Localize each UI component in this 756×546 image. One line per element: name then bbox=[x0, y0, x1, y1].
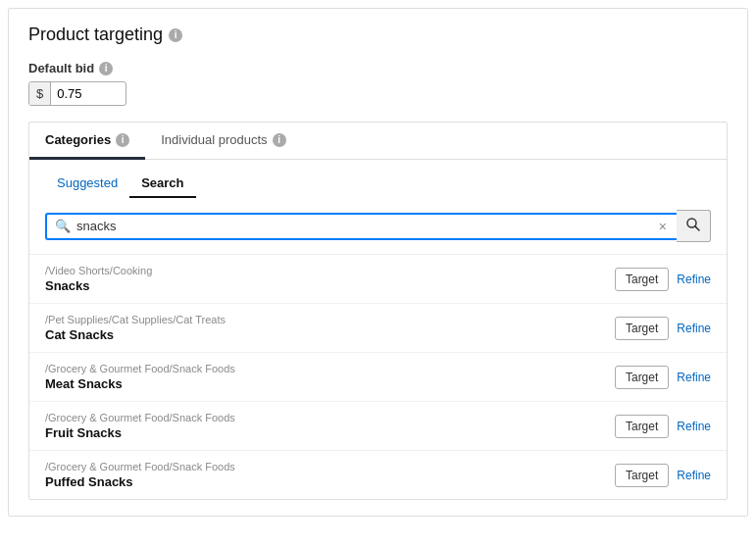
result-actions: Target Refine bbox=[615, 464, 711, 487]
tab-categories[interactable]: Categories i bbox=[29, 123, 145, 160]
default-bid-section: Default bid i $ bbox=[28, 61, 728, 106]
result-info: /Video Shorts/Cooking Snacks bbox=[45, 265, 615, 293]
refine-link[interactable]: Refine bbox=[677, 371, 711, 384]
tab-individual-products[interactable]: Individual products i bbox=[145, 123, 301, 160]
refine-link[interactable]: Refine bbox=[677, 273, 711, 286]
target-button[interactable]: Target bbox=[615, 317, 669, 340]
result-path: /Grocery & Gourmet Food/Snack Foods bbox=[45, 363, 615, 374]
page-title-text: Product targeting bbox=[28, 25, 163, 45]
result-name: Cat Snacks bbox=[45, 327, 615, 342]
result-name: Meat Snacks bbox=[45, 376, 615, 391]
result-path: /Video Shorts/Cooking bbox=[45, 265, 615, 276]
default-bid-info-icon[interactable]: i bbox=[99, 62, 113, 75]
default-bid-label: Default bid i bbox=[28, 61, 728, 75]
page-title-row: Product targeting i bbox=[28, 25, 728, 45]
search-input[interactable] bbox=[76, 219, 651, 233]
sub-tabs-row: Suggested Search bbox=[29, 160, 727, 198]
bid-input[interactable] bbox=[51, 82, 115, 105]
table-row: /Grocery & Gourmet Food/Snack Foods Meat… bbox=[29, 353, 727, 402]
refine-link[interactable]: Refine bbox=[677, 469, 711, 482]
result-path: /Grocery & Gourmet Food/Snack Foods bbox=[45, 461, 615, 472]
page-container: Product targeting i Default bid i $ Cate… bbox=[8, 8, 748, 517]
main-tabs-row: Categories i Individual products i bbox=[29, 123, 727, 160]
result-info: /Grocery & Gourmet Food/Snack Foods Meat… bbox=[45, 363, 615, 391]
result-info: /Grocery & Gourmet Food/Snack Foods Puff… bbox=[45, 461, 615, 489]
result-name: Puffed Snacks bbox=[45, 474, 615, 489]
bid-input-wrapper: $ bbox=[28, 81, 126, 106]
result-actions: Target Refine bbox=[615, 415, 711, 438]
page-title-info-icon[interactable]: i bbox=[169, 28, 182, 42]
search-area: 🔍 × bbox=[29, 198, 727, 254]
sub-tab-search[interactable]: Search bbox=[129, 170, 195, 198]
search-row: 🔍 × bbox=[45, 210, 711, 242]
search-input-icon: 🔍 bbox=[55, 219, 71, 233]
clear-search-icon[interactable]: × bbox=[657, 219, 669, 234]
search-button[interactable] bbox=[677, 210, 711, 242]
bid-currency: $ bbox=[29, 82, 51, 105]
search-input-container: 🔍 × bbox=[45, 213, 677, 240]
categories-tab-info-icon[interactable]: i bbox=[116, 133, 129, 147]
targeting-section: Categories i Individual products i Sugge… bbox=[28, 122, 728, 500]
target-button[interactable]: Target bbox=[615, 464, 669, 487]
target-button[interactable]: Target bbox=[615, 366, 669, 389]
result-name: Snacks bbox=[45, 278, 615, 293]
result-actions: Target Refine bbox=[615, 366, 711, 389]
target-button[interactable]: Target bbox=[615, 268, 669, 291]
target-button[interactable]: Target bbox=[615, 415, 669, 438]
result-name: Fruit Snacks bbox=[45, 425, 615, 440]
result-info: /Pet Supplies/Cat Supplies/Cat Treats Ca… bbox=[45, 314, 615, 342]
refine-link[interactable]: Refine bbox=[677, 420, 711, 433]
result-actions: Target Refine bbox=[615, 317, 711, 340]
svg-line-1 bbox=[695, 226, 699, 230]
refine-link[interactable]: Refine bbox=[677, 322, 711, 335]
result-info: /Grocery & Gourmet Food/Snack Foods Frui… bbox=[45, 412, 615, 440]
table-row: /Grocery & Gourmet Food/Snack Foods Frui… bbox=[29, 402, 727, 451]
result-path: /Pet Supplies/Cat Supplies/Cat Treats bbox=[45, 314, 615, 325]
result-actions: Target Refine bbox=[615, 268, 711, 291]
table-row: /Pet Supplies/Cat Supplies/Cat Treats Ca… bbox=[29, 304, 727, 353]
search-button-icon bbox=[685, 217, 701, 232]
table-row: /Grocery & Gourmet Food/Snack Foods Puff… bbox=[29, 451, 727, 499]
result-path: /Grocery & Gourmet Food/Snack Foods bbox=[45, 412, 615, 423]
results-list: /Video Shorts/Cooking Snacks Target Refi… bbox=[29, 254, 727, 499]
individual-products-tab-info-icon[interactable]: i bbox=[273, 133, 286, 147]
sub-tab-suggested[interactable]: Suggested bbox=[45, 170, 129, 198]
table-row: /Video Shorts/Cooking Snacks Target Refi… bbox=[29, 255, 727, 304]
